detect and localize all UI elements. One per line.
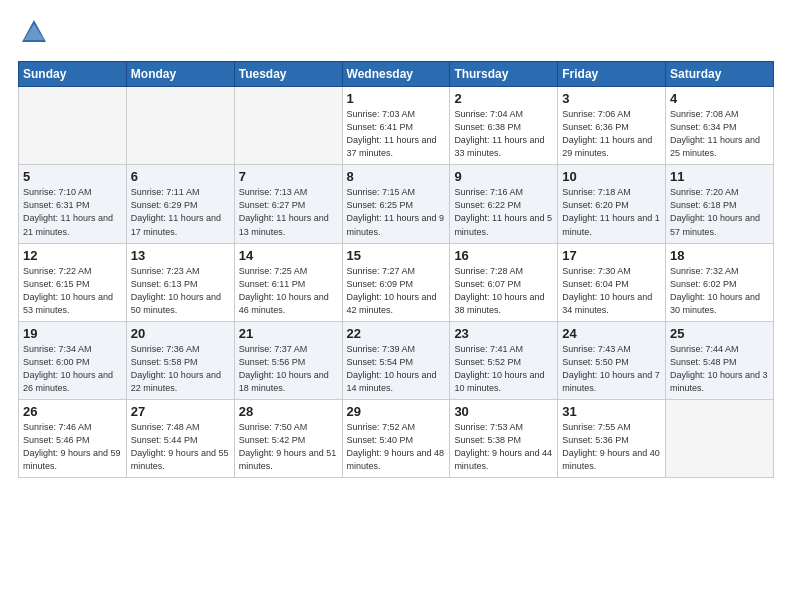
calendar-day-cell: 14 Sunrise: 7:25 AMSunset: 6:11 PMDaylig… [234, 243, 342, 321]
day-info: Sunrise: 7:53 AMSunset: 5:38 PMDaylight:… [454, 422, 552, 471]
calendar-table: SundayMondayTuesdayWednesdayThursdayFrid… [18, 61, 774, 478]
day-info: Sunrise: 7:18 AMSunset: 6:20 PMDaylight:… [562, 187, 660, 236]
calendar-day-cell: 29 Sunrise: 7:52 AMSunset: 5:40 PMDaylig… [342, 399, 450, 477]
day-info: Sunrise: 7:39 AMSunset: 5:54 PMDaylight:… [347, 344, 437, 393]
calendar-day-cell: 5 Sunrise: 7:10 AMSunset: 6:31 PMDayligh… [19, 165, 127, 243]
day-number: 5 [23, 169, 122, 184]
calendar-day-cell: 31 Sunrise: 7:55 AMSunset: 5:36 PMDaylig… [558, 399, 666, 477]
page: SundayMondayTuesdayWednesdayThursdayFrid… [0, 0, 792, 612]
day-number: 19 [23, 326, 122, 341]
calendar-week-row: 12 Sunrise: 7:22 AMSunset: 6:15 PMDaylig… [19, 243, 774, 321]
calendar-day-cell [126, 87, 234, 165]
calendar-day-cell: 26 Sunrise: 7:46 AMSunset: 5:46 PMDaylig… [19, 399, 127, 477]
day-number: 17 [562, 248, 661, 263]
day-number: 30 [454, 404, 553, 419]
calendar-day-header: Friday [558, 62, 666, 87]
day-info: Sunrise: 7:04 AMSunset: 6:38 PMDaylight:… [454, 109, 544, 158]
day-info: Sunrise: 7:34 AMSunset: 6:00 PMDaylight:… [23, 344, 113, 393]
day-number: 29 [347, 404, 446, 419]
calendar-day-cell: 21 Sunrise: 7:37 AMSunset: 5:56 PMDaylig… [234, 321, 342, 399]
calendar-day-cell: 22 Sunrise: 7:39 AMSunset: 5:54 PMDaylig… [342, 321, 450, 399]
calendar-day-cell: 4 Sunrise: 7:08 AMSunset: 6:34 PMDayligh… [666, 87, 774, 165]
calendar-day-cell: 10 Sunrise: 7:18 AMSunset: 6:20 PMDaylig… [558, 165, 666, 243]
day-info: Sunrise: 7:27 AMSunset: 6:09 PMDaylight:… [347, 266, 437, 315]
calendar-day-cell: 12 Sunrise: 7:22 AMSunset: 6:15 PMDaylig… [19, 243, 127, 321]
day-number: 18 [670, 248, 769, 263]
calendar-day-cell: 20 Sunrise: 7:36 AMSunset: 5:58 PMDaylig… [126, 321, 234, 399]
day-info: Sunrise: 7:13 AMSunset: 6:27 PMDaylight:… [239, 187, 329, 236]
day-number: 8 [347, 169, 446, 184]
day-info: Sunrise: 7:10 AMSunset: 6:31 PMDaylight:… [23, 187, 113, 236]
calendar-day-cell [19, 87, 127, 165]
day-number: 28 [239, 404, 338, 419]
day-number: 12 [23, 248, 122, 263]
day-info: Sunrise: 7:43 AMSunset: 5:50 PMDaylight:… [562, 344, 660, 393]
calendar-day-header: Monday [126, 62, 234, 87]
day-info: Sunrise: 7:06 AMSunset: 6:36 PMDaylight:… [562, 109, 652, 158]
day-info: Sunrise: 7:22 AMSunset: 6:15 PMDaylight:… [23, 266, 113, 315]
calendar-day-cell: 30 Sunrise: 7:53 AMSunset: 5:38 PMDaylig… [450, 399, 558, 477]
calendar-day-cell: 7 Sunrise: 7:13 AMSunset: 6:27 PMDayligh… [234, 165, 342, 243]
svg-marker-1 [24, 24, 44, 40]
calendar-day-cell: 11 Sunrise: 7:20 AMSunset: 6:18 PMDaylig… [666, 165, 774, 243]
day-info: Sunrise: 7:03 AMSunset: 6:41 PMDaylight:… [347, 109, 437, 158]
logo-icon [20, 18, 48, 46]
day-info: Sunrise: 7:08 AMSunset: 6:34 PMDaylight:… [670, 109, 760, 158]
day-number: 14 [239, 248, 338, 263]
calendar-day-cell: 25 Sunrise: 7:44 AMSunset: 5:48 PMDaylig… [666, 321, 774, 399]
day-number: 10 [562, 169, 661, 184]
calendar-day-cell: 23 Sunrise: 7:41 AMSunset: 5:52 PMDaylig… [450, 321, 558, 399]
day-info: Sunrise: 7:32 AMSunset: 6:02 PMDaylight:… [670, 266, 760, 315]
day-number: 26 [23, 404, 122, 419]
day-number: 24 [562, 326, 661, 341]
day-number: 11 [670, 169, 769, 184]
day-number: 3 [562, 91, 661, 106]
calendar-day-cell [234, 87, 342, 165]
calendar-day-cell: 8 Sunrise: 7:15 AMSunset: 6:25 PMDayligh… [342, 165, 450, 243]
calendar-week-row: 19 Sunrise: 7:34 AMSunset: 6:00 PMDaylig… [19, 321, 774, 399]
calendar-day-cell: 9 Sunrise: 7:16 AMSunset: 6:22 PMDayligh… [450, 165, 558, 243]
day-number: 4 [670, 91, 769, 106]
calendar-day-cell: 19 Sunrise: 7:34 AMSunset: 6:00 PMDaylig… [19, 321, 127, 399]
calendar-day-cell: 3 Sunrise: 7:06 AMSunset: 6:36 PMDayligh… [558, 87, 666, 165]
logo [18, 18, 48, 51]
day-number: 15 [347, 248, 446, 263]
day-number: 6 [131, 169, 230, 184]
calendar-day-cell: 18 Sunrise: 7:32 AMSunset: 6:02 PMDaylig… [666, 243, 774, 321]
day-number: 23 [454, 326, 553, 341]
calendar-day-cell: 27 Sunrise: 7:48 AMSunset: 5:44 PMDaylig… [126, 399, 234, 477]
day-info: Sunrise: 7:37 AMSunset: 5:56 PMDaylight:… [239, 344, 329, 393]
day-info: Sunrise: 7:46 AMSunset: 5:46 PMDaylight:… [23, 422, 121, 471]
day-info: Sunrise: 7:23 AMSunset: 6:13 PMDaylight:… [131, 266, 221, 315]
calendar-week-row: 1 Sunrise: 7:03 AMSunset: 6:41 PMDayligh… [19, 87, 774, 165]
calendar-day-header: Tuesday [234, 62, 342, 87]
calendar-header-row: SundayMondayTuesdayWednesdayThursdayFrid… [19, 62, 774, 87]
calendar-day-cell: 2 Sunrise: 7:04 AMSunset: 6:38 PMDayligh… [450, 87, 558, 165]
day-info: Sunrise: 7:11 AMSunset: 6:29 PMDaylight:… [131, 187, 221, 236]
day-info: Sunrise: 7:36 AMSunset: 5:58 PMDaylight:… [131, 344, 221, 393]
day-info: Sunrise: 7:30 AMSunset: 6:04 PMDaylight:… [562, 266, 652, 315]
day-info: Sunrise: 7:20 AMSunset: 6:18 PMDaylight:… [670, 187, 760, 236]
calendar-day-header: Wednesday [342, 62, 450, 87]
day-number: 25 [670, 326, 769, 341]
day-number: 9 [454, 169, 553, 184]
day-number: 31 [562, 404, 661, 419]
calendar-day-cell: 15 Sunrise: 7:27 AMSunset: 6:09 PMDaylig… [342, 243, 450, 321]
calendar-day-cell: 6 Sunrise: 7:11 AMSunset: 6:29 PMDayligh… [126, 165, 234, 243]
day-info: Sunrise: 7:48 AMSunset: 5:44 PMDaylight:… [131, 422, 229, 471]
day-info: Sunrise: 7:50 AMSunset: 5:42 PMDaylight:… [239, 422, 337, 471]
header [18, 18, 774, 51]
calendar-day-cell [666, 399, 774, 477]
calendar-day-cell: 24 Sunrise: 7:43 AMSunset: 5:50 PMDaylig… [558, 321, 666, 399]
day-info: Sunrise: 7:28 AMSunset: 6:07 PMDaylight:… [454, 266, 544, 315]
day-info: Sunrise: 7:15 AMSunset: 6:25 PMDaylight:… [347, 187, 445, 236]
day-info: Sunrise: 7:55 AMSunset: 5:36 PMDaylight:… [562, 422, 660, 471]
day-number: 1 [347, 91, 446, 106]
day-number: 16 [454, 248, 553, 263]
calendar-day-cell: 13 Sunrise: 7:23 AMSunset: 6:13 PMDaylig… [126, 243, 234, 321]
day-info: Sunrise: 7:25 AMSunset: 6:11 PMDaylight:… [239, 266, 329, 315]
day-info: Sunrise: 7:44 AMSunset: 5:48 PMDaylight:… [670, 344, 768, 393]
calendar-day-header: Sunday [19, 62, 127, 87]
calendar-day-cell: 16 Sunrise: 7:28 AMSunset: 6:07 PMDaylig… [450, 243, 558, 321]
day-number: 27 [131, 404, 230, 419]
